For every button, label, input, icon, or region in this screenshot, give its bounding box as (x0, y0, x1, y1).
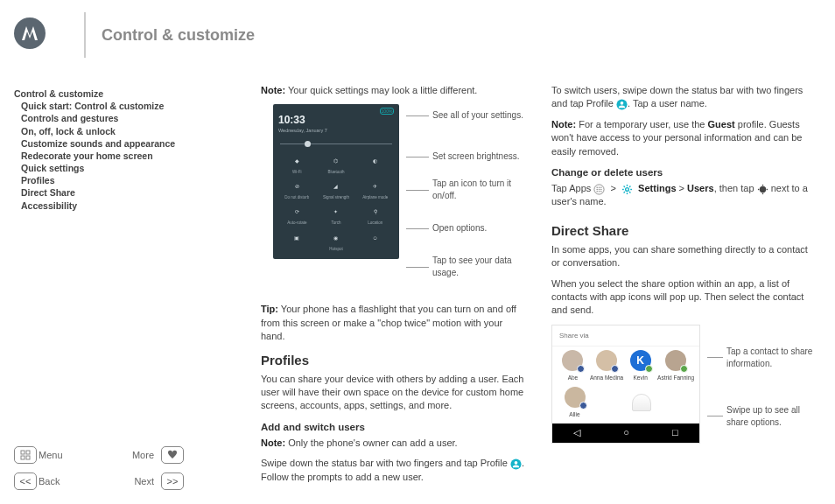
callout-text: Tap a contact to share information. (726, 346, 817, 370)
airplane-icon: ✈ (369, 180, 382, 192)
footer-nav: Menu More << Back Next >> (14, 446, 238, 490)
switch-text-b: . Tap a user name. (628, 98, 707, 108)
brightness-slider[interactable] (280, 144, 392, 144)
more-button[interactable] (161, 446, 184, 464)
chevron-right-icon: >> (167, 476, 179, 486)
qs-tile[interactable]: ☺ (356, 230, 394, 254)
motorola-icon (19, 23, 40, 44)
toc-item[interactable]: Quick start: Control & customize (14, 100, 238, 112)
drag-handle[interactable] (632, 394, 651, 411)
user-settings-icon (757, 184, 768, 195)
svg-point-27 (759, 186, 765, 192)
more-label: More (100, 450, 161, 460)
svg-line-26 (624, 192, 625, 192)
quick-settings-panel: 100% 10:33 Wednesday, January 7 ◆Wi-Fi ⌬… (273, 104, 399, 259)
add-note-text: Only the phone's owner can add a user. (285, 438, 458, 448)
invert-icon: ◐ (369, 155, 382, 167)
svg-line-24 (629, 192, 630, 192)
callout-text: Swipe up to see all share options. (726, 404, 817, 429)
profiles-text: You can share your device with others by… (261, 373, 527, 413)
menu-button[interactable] (14, 446, 37, 464)
wifi-icon: ◆ (291, 155, 303, 167)
svg-line-23 (624, 186, 625, 186)
direct-share-heading: Direct Share (551, 221, 817, 240)
share-callouts: Tap a contact to share information. Swip… (707, 325, 817, 440)
title-area: Control & customize (84, 12, 255, 58)
toc-item[interactable]: On, off, lock & unlock (14, 125, 238, 137)
qs-tile[interactable]: ▣ (278, 230, 316, 254)
next-button[interactable]: >> (161, 472, 184, 490)
swipe-text-a: Swipe down the status bar with two finge… (261, 458, 510, 468)
share-contact[interactable]: Anna Medina (590, 350, 623, 382)
content-columns: Note: Your quick settings may look a lit… (261, 84, 817, 486)
qs-tile[interactable]: ◉Hotspot (318, 230, 355, 254)
svg-point-12 (597, 188, 598, 189)
callout-text: Set screen brightness. (432, 150, 520, 163)
dnd-icon: ⊘ (291, 180, 303, 192)
battery-badge: 100% (380, 108, 394, 115)
svg-rect-3 (26, 456, 30, 459)
qs-tile[interactable]: ⟳Auto-rotate (278, 204, 316, 228)
note-label: Note: (261, 438, 285, 448)
qs-tile[interactable]: ◢Signal strength (318, 178, 355, 202)
share-contact[interactable]: KKevin (625, 350, 656, 382)
avatar (565, 387, 586, 408)
toc-item[interactable]: Direct Share (14, 186, 238, 199)
toc-root[interactable]: Control & customize (14, 88, 238, 100)
svg-rect-2 (21, 456, 25, 459)
qs-callouts: See all of your settings. Set screen bri… (406, 104, 527, 290)
column-right: To switch users, swipe down the status b… (551, 84, 817, 491)
back-label: Back (39, 476, 100, 486)
next-label: Next (100, 476, 161, 486)
callout-text: Tap to see your data usage. (432, 255, 527, 279)
profile-circle-icon (510, 458, 522, 470)
apps-circle-icon (593, 184, 605, 195)
signal-icon: ◢ (330, 180, 342, 192)
location-icon: ⚲ (369, 206, 382, 218)
rotate-icon: ⟳ (291, 206, 303, 218)
back-button[interactable]: << (14, 472, 37, 490)
toc-item[interactable]: Controls and gestures (14, 112, 238, 124)
toc-item[interactable]: Redecorate your home screen (14, 150, 238, 162)
svg-point-17 (600, 191, 601, 192)
share-contact[interactable]: Astrid Fanning (657, 350, 694, 382)
svg-point-5 (515, 461, 518, 465)
qs-tile[interactable]: ◐ (356, 153, 394, 177)
qs-tile[interactable]: ◆Wi-Fi (278, 153, 316, 177)
home-nav-icon[interactable]: ○ (623, 426, 629, 439)
toc-item[interactable]: Accessibility (14, 200, 238, 212)
note-label: Note: (261, 85, 285, 95)
callout-text: See all of your settings. (432, 109, 523, 122)
svg-point-10 (599, 186, 600, 187)
share-contact[interactable]: Allie (558, 387, 592, 418)
column-left: Note: Your quick settings may look a lit… (261, 84, 527, 491)
qs-tile[interactable]: ✈Airplane mode (356, 178, 394, 202)
toc-item[interactable]: Profiles (14, 174, 238, 186)
avatar (562, 350, 583, 371)
share-sheet: Share via Abe Anna Medina KKevin Astrid … (551, 325, 700, 444)
note-label: Note: (551, 119, 576, 130)
qs-tile[interactable]: ⌬Bluetooth (318, 153, 355, 177)
qs-tile[interactable]: ⊘Do not disturb (278, 178, 316, 202)
toc-item[interactable]: Quick settings (14, 162, 238, 174)
tip-text: Your phone has a flashlight that you can… (261, 304, 516, 341)
avatar (665, 350, 686, 371)
toc-item[interactable]: Customize sounds and appearance (14, 137, 238, 150)
share-title: Share via (552, 326, 699, 346)
qs-tile[interactable]: ✦Torch (318, 204, 355, 228)
grid-icon (20, 450, 31, 460)
share-contact[interactable]: Abe (558, 350, 588, 382)
qs-tile[interactable]: ⚲Location (356, 204, 394, 228)
bluetooth-icon: ⌬ (330, 155, 342, 167)
cast-icon: ▣ (291, 232, 303, 244)
recent-nav-icon[interactable]: □ (672, 426, 678, 439)
qs-date: Wednesday, January 7 (278, 128, 394, 135)
svg-rect-0 (21, 451, 25, 454)
avatar (596, 350, 617, 371)
menu-label: Menu (39, 450, 100, 460)
hotspot-icon: ◉ (330, 232, 342, 244)
profile-circle-icon (616, 99, 628, 110)
back-nav-icon[interactable]: ◁ (573, 426, 580, 439)
motorola-logo (14, 18, 46, 49)
android-navbar: ◁ ○ □ (552, 424, 699, 443)
